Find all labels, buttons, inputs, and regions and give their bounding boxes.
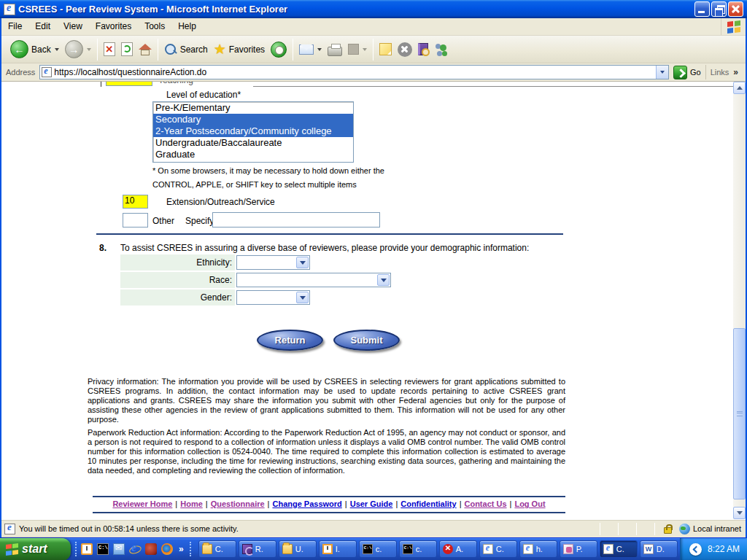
taskbar-task-2[interactable]: R.	[239, 540, 276, 558]
education-option-pre-k-elementary[interactable]: Pre-K/Elementary	[153, 102, 353, 114]
ethnicity-select[interactable]	[236, 255, 310, 270]
scrollbar-thumb[interactable]	[733, 328, 746, 499]
footer-link-separator: |	[460, 499, 462, 508]
taskbar-task-4[interactable]: I.	[319, 540, 357, 558]
minimize-button[interactable]	[694, 1, 710, 17]
taskbar-task-1[interactable]: C.	[198, 540, 236, 558]
footer-link-confidentiality[interactable]: Confidentiality	[400, 499, 456, 508]
chevron-down-icon[interactable]	[296, 292, 309, 303]
demographic-row-race: Race:	[120, 271, 427, 289]
stop-button[interactable]: ✕	[101, 37, 118, 62]
addressbar: Address https://localhost/questionnaireA…	[1, 63, 746, 82]
links-toolbar[interactable]: Links »	[705, 65, 743, 79]
menu-help[interactable]: Help	[171, 18, 203, 35]
teaching-input[interactable]	[106, 82, 152, 86]
print-button[interactable]	[325, 37, 345, 62]
quick-launch-grip[interactable]	[75, 542, 77, 556]
start-button[interactable]: start	[0, 538, 71, 560]
taskbar-task-12[interactable]: D.	[640, 540, 678, 558]
go-button[interactable]: Go	[669, 66, 705, 79]
mail-button[interactable]	[296, 37, 325, 62]
links-chevron-icon[interactable]: »	[733, 67, 738, 77]
footer-link-change-password[interactable]: Change Password	[272, 499, 341, 508]
education-option-2-year-postsecondary-community-college[interactable]: 2-Year Postsecondary/Community college	[153, 125, 353, 137]
restore-button[interactable]	[711, 1, 727, 17]
taskbar-task-11[interactable]: C.	[600, 540, 638, 558]
dragon-icon[interactable]	[145, 543, 157, 555]
footer-link-questionnaire[interactable]: Questionnaire	[211, 499, 265, 508]
quick-launch-overflow-icon[interactable]: »	[177, 544, 185, 554]
firefox-icon[interactable]	[161, 543, 173, 555]
return-button[interactable]: Return	[257, 330, 323, 351]
menu-tools[interactable]: Tools	[138, 18, 171, 35]
scroll-up-button[interactable]	[733, 82, 746, 94]
footer-link-user-guide[interactable]: User Guide	[350, 499, 393, 508]
edit-dropdown-icon[interactable]	[363, 48, 367, 51]
other-input[interactable]	[123, 213, 148, 228]
favorites-label: Favorites	[229, 44, 265, 55]
address-url[interactable]: https://localhost/questionnaireAction.do	[54, 67, 206, 77]
education-option-undergraduate-baccalaureate[interactable]: Undergraduate/Baccalaureate	[153, 137, 353, 149]
taskbar-task-5[interactable]: c.	[359, 540, 397, 558]
submit-button[interactable]: Submit	[333, 330, 400, 351]
search-button[interactable]: Search	[161, 37, 211, 62]
edit-icon	[348, 44, 359, 55]
education-option-graduate[interactable]: Graduate	[153, 149, 353, 160]
toolbar-separator	[373, 39, 374, 61]
footer-link-contact-us[interactable]: Contact Us	[464, 499, 506, 508]
footer-link-home[interactable]: Home	[180, 499, 203, 508]
back-button[interactable]: ← Back	[7, 37, 62, 62]
discuss-button[interactable]	[376, 37, 395, 62]
specify-input[interactable]	[212, 212, 380, 228]
outlook-icon[interactable]	[113, 543, 125, 555]
windows-logo-icon	[727, 20, 740, 34]
forward-dropdown-icon[interactable]	[87, 48, 91, 51]
home-button[interactable]	[136, 37, 155, 62]
cmd-icon[interactable]	[97, 543, 109, 555]
education-listbox[interactable]: Pre-K/ElementarySecondary2-Year Postseco…	[152, 101, 354, 163]
taskbar-task-7[interactable]: A.	[439, 540, 477, 558]
chevron-down-icon[interactable]	[377, 274, 390, 286]
taskbar-task-10[interactable]: P.	[560, 540, 597, 558]
education-option-secondary[interactable]: Secondary	[153, 114, 353, 125]
close-button[interactable]	[728, 1, 743, 17]
favorites-button[interactable]: ★ Favorites	[211, 37, 268, 62]
edit-button[interactable]	[345, 37, 370, 62]
research-book-icon	[418, 43, 428, 55]
gender-select[interactable]	[236, 290, 310, 305]
taskbar-task-8[interactable]: C.	[479, 540, 517, 558]
history-button[interactable]	[268, 37, 290, 62]
tray-collapse-icon[interactable]	[689, 543, 702, 556]
menu-favorites[interactable]: Favorites	[89, 18, 138, 35]
address-dropdown-button[interactable]	[656, 66, 668, 79]
footer-link-reviewer-home[interactable]: Reviewer Home	[112, 499, 172, 508]
scroll-down-button[interactable]	[733, 507, 746, 519]
back-dropdown-icon[interactable]	[55, 48, 59, 51]
research-button[interactable]	[415, 37, 431, 62]
menu-edit[interactable]: Edit	[28, 18, 57, 35]
taskband-grip[interactable]	[190, 542, 191, 556]
address-input[interactable]: https://localhost/questionnaireAction.do	[39, 65, 669, 79]
taskbar-task-3[interactable]: U.	[279, 540, 317, 558]
mail-dropdown-icon[interactable]	[317, 48, 322, 51]
ie-icon[interactable]	[129, 543, 141, 555]
messenger-stop-button[interactable]	[395, 37, 415, 62]
messenger-button[interactable]	[431, 37, 452, 62]
taskbar-task-6[interactable]: c.	[399, 540, 437, 558]
race-select[interactable]	[236, 273, 391, 287]
clock-icon[interactable]	[81, 543, 93, 555]
back-label: Back	[31, 44, 51, 55]
menu-file[interactable]: File	[1, 18, 28, 35]
footer-link-separator: |	[175, 499, 177, 508]
menu-items: FileEditViewFavoritesToolsHelp	[1, 18, 721, 35]
extension-input[interactable]: 10	[123, 195, 148, 209]
chevron-down-icon[interactable]	[296, 257, 309, 268]
refresh-button[interactable]	[118, 37, 136, 62]
forward-button[interactable]: →	[62, 37, 94, 62]
menu-view[interactable]: View	[57, 18, 89, 35]
ethnicity-label: Ethnicity:	[120, 254, 235, 271]
vertical-scrollbar[interactable]	[733, 82, 746, 519]
quick-launch: »	[71, 542, 196, 556]
footer-link-log-out[interactable]: Log Out	[514, 499, 545, 508]
taskbar-task-9[interactable]: h.	[519, 540, 557, 558]
